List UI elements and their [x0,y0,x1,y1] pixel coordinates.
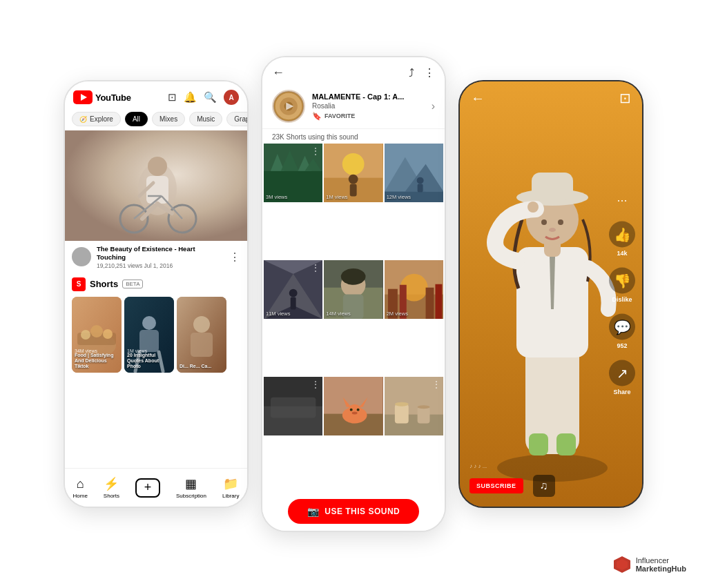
grid-1-more[interactable]: ⋮ [311,146,320,156]
tt-bottom-left: ♪ ♪ ♪ ... SUBSCRIBE ♫ [469,462,632,497]
svg-rect-66 [435,284,442,320]
nav-home-label: Home [73,493,88,499]
chip-graphic[interactable]: Graphic [226,112,247,126]
nav-subscription-label: Subscription [176,493,206,499]
grid-item-9[interactable]: ⋮ [385,377,443,435]
shorts-card-3[interactable]: Di... Re... Ca... [177,297,226,373]
grid-item-4[interactable]: ⋮ 11M views [264,260,322,319]
grid-item-8[interactable] [324,377,382,435]
shorts-sound-phone: ← ⤴ ⋮ [261,56,446,532]
grid-item-5[interactable]: 14M views [324,260,382,319]
chip-mixes[interactable]: Mixes [152,112,185,126]
ms-count-text: 23K Shorts using this sound [262,129,445,144]
grid-item-6[interactable]: 2M views [385,260,443,319]
nav-add[interactable]: + [135,478,160,498]
nav-shorts-label: Shorts [104,493,119,499]
svg-point-46 [416,177,423,184]
ms-chevron-icon[interactable]: › [432,100,435,112]
svg-point-82 [395,402,409,406]
library-icon: 📁 [223,476,238,491]
svg-rect-89 [556,433,576,455]
grid-2-views: 1M views [326,194,347,200]
nav-library-label: Library [222,493,239,499]
tt-share-icon-wrap: ↗ [609,360,635,386]
tt-comment-count: 952 [617,342,627,349]
grid-item-3[interactable]: 12M views [385,144,443,202]
chip-all[interactable]: All [125,112,148,126]
svg-rect-94 [532,173,573,200]
grid-item-7[interactable]: ⋮ [264,377,322,435]
ms-favorite-row: 🔖 FAVORITE [312,112,425,121]
tt-share-label: Share [613,389,630,395]
ms-more-icon[interactable]: ⋮ [424,66,435,79]
grid-1-views: 3M views [266,194,287,200]
cast-icon[interactable]: ⊡ [168,91,177,104]
youtube-logo-icon [73,90,93,104]
nav-library[interactable]: 📁 Library [222,476,239,499]
use-sound-label: USE THIS SOUND [325,507,400,516]
nav-shorts[interactable]: ⚡ Shorts [104,476,119,499]
tt-video-caption: ♪ ♪ ♪ ... [469,462,632,471]
ms-share-icon[interactable]: ⤴ [409,67,414,79]
svg-point-78 [352,412,358,415]
chip-music[interactable]: Music [189,112,222,126]
svg-rect-54 [291,297,296,310]
svg-rect-65 [425,288,434,320]
svg-point-59 [341,268,366,285]
nav-subscription[interactable]: ▦ Subscription [176,476,206,499]
svg-rect-47 [417,184,423,193]
svg-rect-88 [529,433,548,455]
grid-5-views: 14M views [326,311,350,317]
subscription-icon: ▦ [185,476,197,491]
grid-3-views: 12M views [387,194,411,200]
comment-icon: 💬 [614,319,631,335]
grid-4-more[interactable]: ⋮ [311,263,320,273]
svg-point-2 [148,157,167,176]
svg-point-19 [142,316,156,330]
page-wrapper: YouTube ⊡ 🔔 🔍 A 🧭 Explore All Mixes Musi… [0,0,707,588]
notification-icon[interactable]: 🔔 [184,91,197,104]
tt-dislike-icon-wrap: 👎 [609,268,635,294]
short-3-label: Di... Re... Ca... [180,364,224,369]
ms-sound-title: MALAMENTE - Cap 1: A... [312,92,425,101]
svg-point-77 [357,409,360,411]
tt-dislike-button[interactable]: 👎 Dislike [609,268,635,303]
video-more-icon[interactable]: ⋮ [229,251,240,264]
chip-explore[interactable]: 🧭 Explore [72,112,121,126]
yt-logo-text: YouTube [95,92,131,103]
tt-sound-button[interactable]: ♫ [533,475,555,497]
svg-rect-69 [271,398,316,418]
ms-sound-thumbnail [272,90,305,123]
shorts-icon: ⚡ [104,476,119,491]
tt-camera-icon[interactable]: ⊡ [619,90,631,106]
tt-like-count: 14k [617,250,627,257]
search-icon[interactable]: 🔍 [204,91,217,104]
svg-rect-80 [385,415,443,436]
yt-video-info: The Beauty of Existence - Heart Touching… [97,245,224,269]
brand-logo-icon [612,555,632,574]
camera-icon: 📷 [307,506,320,517]
tt-share-button[interactable]: ↗ Share [609,360,635,395]
tt-comment-button[interactable]: 💬 952 [609,314,635,349]
ms-use-sound-bar: 📷 USE THIS SOUND [262,492,445,531]
tt-like-button[interactable]: 👍 14k [609,222,635,257]
grid-9-more[interactable]: ⋮ [432,380,440,389]
ms-back-button[interactable]: ← [272,66,284,80]
use-this-sound-button[interactable]: 📷 USE THIS SOUND [288,499,420,524]
tt-more-dots[interactable]: ··· [617,193,627,208]
tt-back-button[interactable]: ← [471,90,485,106]
shorts-card-2[interactable]: 1M views 20 Insightful Quotes About Phot… [124,297,174,373]
grid-item-2[interactable]: 1M views [324,144,382,202]
yt-bottom-nav: ⌂ Home ⚡ Shorts + ▦ Subscription � [65,468,247,507]
tt-dislike-label: Dislike [612,296,632,303]
grid-7-more[interactable]: ⋮ [311,380,320,389]
yt-avatar[interactable]: A [224,90,239,105]
subscribe-button[interactable]: SUBSCRIBE [469,478,523,493]
add-icon[interactable]: + [135,478,160,498]
nav-home[interactable]: ⌂ Home [73,477,88,499]
shorts-card-1[interactable]: 34M views Food | Satisfying And Deliciou… [72,297,122,373]
tt-bottom-bar: ♪ ♪ ♪ ... SUBSCRIBE ♫ [460,455,642,507]
yt-shorts-row: 34M views Food | Satisfying And Deliciou… [65,294,247,375]
ms-sound-artist: Rosalia [312,102,425,110]
grid-item-1[interactable]: ⋮ 3M views [264,144,322,202]
